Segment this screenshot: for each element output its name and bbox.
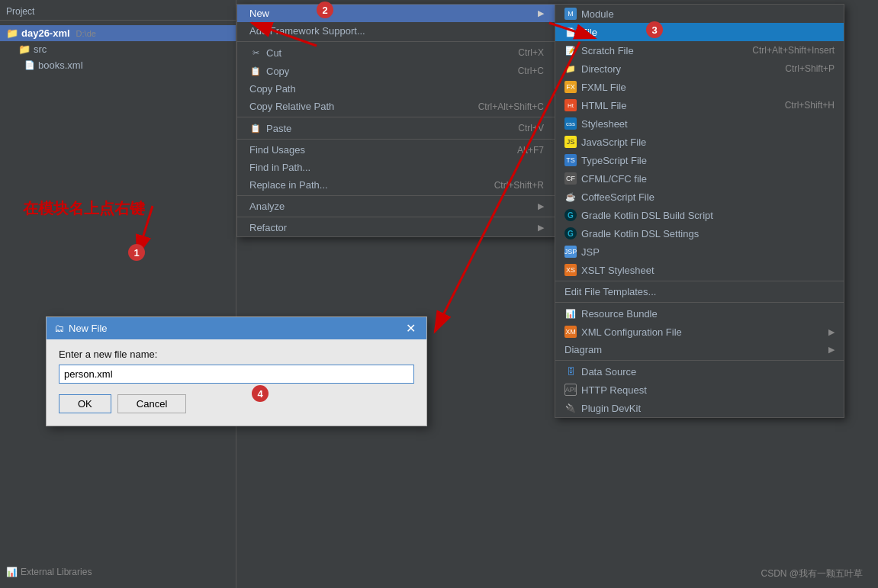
- submenu-item-directory[interactable]: 📁 Directory Ctrl+Shift+P: [555, 59, 844, 78]
- submenu-item-xslt[interactable]: XS XSLT Stylesheet: [555, 261, 844, 279]
- copy-icon: 📋: [249, 65, 262, 77]
- separator-3: [237, 139, 556, 140]
- menu-item-find-in-path[interactable]: Find in Path...: [237, 159, 556, 176]
- submenu-item-css[interactable]: css Stylesheet: [555, 114, 844, 133]
- analyze-label: Analyze: [249, 201, 285, 212]
- badge-2: 2: [317, 2, 333, 18]
- dialog-icon: 🗂: [54, 323, 64, 334]
- submenu-item-gradle-settings[interactable]: G Gradle Kotlin DSL Settings: [555, 224, 844, 243]
- external-libraries-label: External Libraries: [21, 567, 92, 577]
- submenu-item-jsp[interactable]: JSP JSP: [555, 243, 844, 261]
- submenu-item-module[interactable]: M Module: [555, 5, 844, 23]
- menu-item-new[interactable]: New ▶: [237, 5, 556, 22]
- xml-label: XML Configuration File: [581, 326, 682, 338]
- menu-item-cut[interactable]: ✂ Cut Ctrl+X: [237, 43, 556, 62]
- menu-item-refactor[interactable]: Refactor ▶: [237, 219, 556, 236]
- project-tree: Project 📁 day26-xml D:\de 📁 src 📄 books.…: [0, 0, 236, 588]
- src-folder[interactable]: 📁 src: [0, 41, 236, 57]
- plugin-label: Plugin DevKit: [581, 403, 641, 414]
- menu-item-copy-relative-path[interactable]: Copy Relative Path Ctrl+Alt+Shift+C: [237, 98, 556, 115]
- badge-3: 3: [646, 21, 663, 38]
- submenu-item-coffee[interactable]: ☕ CoffeeScript File: [555, 188, 844, 206]
- copy-relative-path-shortcut: Ctrl+Alt+Shift+C: [478, 101, 544, 112]
- menu-item-add-framework[interactable]: Add Framework Support...: [237, 22, 556, 40]
- http-label: HTTP Request: [581, 384, 647, 396]
- submenu-sep-2: [555, 302, 844, 303]
- html-shortcut: Ctrl+Shift+H: [785, 100, 835, 111]
- jsp-label: JSP: [581, 246, 600, 258]
- refactor-label: Refactor: [249, 222, 287, 233]
- diagram-label: Diagram: [564, 344, 602, 355]
- submenu-item-js[interactable]: JS JavaScript File: [555, 133, 844, 151]
- ts-icon: TS: [564, 154, 577, 166]
- submenu-item-gradle-build[interactable]: G Gradle Kotlin DSL Build Script: [555, 206, 844, 224]
- submenu-item-http[interactable]: API HTTP Request: [555, 381, 844, 399]
- gradle-build-icon: G: [564, 209, 577, 221]
- submenu-item-resource[interactable]: 📊 Resource Bundle: [555, 304, 844, 323]
- diagram-arrow: ▶: [828, 345, 835, 355]
- replace-in-path-shortcut: Ctrl+Shift+R: [494, 180, 544, 191]
- submenu-item-fxml[interactable]: FX FXML File: [555, 78, 844, 96]
- menu-item-replace-in-path[interactable]: Replace in Path... Ctrl+Shift+R: [237, 176, 556, 194]
- submenu-item-plugin[interactable]: 🔌 Plugin DevKit: [555, 399, 844, 417]
- fxml-label: FXML File: [581, 82, 626, 93]
- menu-item-analyze[interactable]: Analyze ▶: [237, 198, 556, 215]
- paste-label: Paste: [266, 123, 291, 134]
- cut-shortcut: Ctrl+X: [518, 47, 544, 58]
- submenu-item-scratch[interactable]: 📝 Scratch File Ctrl+Alt+Shift+Insert: [555, 41, 844, 59]
- submenu-item-cfml[interactable]: CF CFML/CFC file: [555, 169, 844, 188]
- datasource-label: Data Source: [581, 366, 636, 378]
- menu-item-copy-path[interactable]: Copy Path: [237, 80, 556, 98]
- resource-icon: 📊: [564, 307, 577, 320]
- new-arrow: ▶: [538, 8, 544, 18]
- xslt-label: XSLT Stylesheet: [581, 265, 654, 276]
- module-label: Module: [581, 8, 614, 20]
- cut-label: Cut: [266, 47, 281, 59]
- module-name: day26-xml: [21, 27, 70, 39]
- menu-item-copy[interactable]: 📋 Copy Ctrl+C: [237, 62, 556, 80]
- coffee-label: CoffeeScript File: [581, 191, 654, 203]
- bar-chart-icon: 📊: [6, 567, 18, 577]
- dialog-titlebar: 🗂 New File ✕: [47, 317, 426, 339]
- dialog-title: New File: [69, 323, 108, 334]
- submenu-item-ts[interactable]: TS TypeScript File: [555, 151, 844, 169]
- separator-4: [237, 195, 556, 196]
- http-icon: API: [564, 384, 577, 396]
- analyze-arrow: ▶: [538, 201, 544, 211]
- xml-arrow: ▶: [828, 327, 835, 337]
- dialog-close-button[interactable]: ✕: [403, 321, 419, 336]
- submenu-item-file[interactable]: 📄 File: [555, 23, 844, 41]
- plugin-icon: 🔌: [564, 402, 577, 414]
- submenu-item-html[interactable]: Ht HTML File Ctrl+Shift+H: [555, 96, 844, 114]
- badge-1: 1: [128, 244, 145, 261]
- cfml-icon: CF: [564, 172, 577, 185]
- submenu-item-datasource[interactable]: 🗄 Data Source: [555, 362, 844, 381]
- replace-in-path-label: Replace in Path...: [249, 179, 328, 191]
- submenu-item-diagram[interactable]: Diagram ▶: [555, 341, 844, 358]
- js-icon: JS: [564, 136, 577, 148]
- html-icon: Ht: [564, 99, 577, 111]
- resource-label: Resource Bundle: [581, 308, 658, 320]
- submenu-item-edit-templates[interactable]: Edit File Templates...: [555, 283, 844, 300]
- new-file-input[interactable]: [59, 365, 414, 384]
- edit-templates-label: Edit File Templates...: [564, 286, 656, 297]
- paste-shortcut: Ctrl+V: [518, 123, 544, 133]
- scratch-icon: 📝: [564, 44, 577, 56]
- annotation-text: 在模块名上点右键: [23, 198, 145, 219]
- submenu-item-xml[interactable]: XM XML Configuration File ▶: [555, 323, 844, 341]
- module-item[interactable]: 📁 day26-xml D:\de: [0, 25, 236, 41]
- dialog-buttons: OK Cancel: [59, 394, 414, 413]
- cancel-button[interactable]: Cancel: [117, 394, 186, 413]
- src-label: src: [34, 43, 47, 55]
- books-xml-item[interactable]: 📄 books.xml: [0, 57, 236, 73]
- menu-item-paste[interactable]: 📋 Paste Ctrl+V: [237, 119, 556, 137]
- copy-path-label: Copy Path: [249, 83, 296, 95]
- menu-item-find-usages[interactable]: Find Usages Alt+F7: [237, 141, 556, 159]
- books-xml-icon: 📄: [24, 60, 35, 70]
- cfml-label: CFML/CFC file: [581, 173, 647, 185]
- context-menu: New ▶ Add Framework Support... ✂ Cut Ctr…: [236, 4, 557, 237]
- gradle-settings-label: Gradle Kotlin DSL Settings: [581, 228, 699, 239]
- dialog-label: Enter a new file name:: [59, 349, 414, 360]
- fxml-icon: FX: [564, 81, 577, 93]
- ok-button[interactable]: OK: [59, 394, 111, 413]
